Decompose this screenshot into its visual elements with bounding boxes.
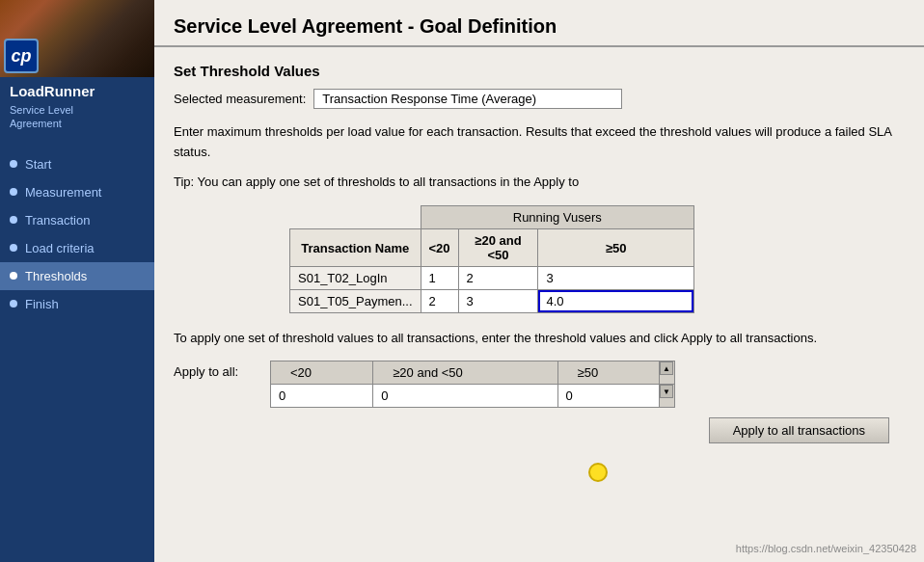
content-area: Set Threshold Values Selected measuremen… [154, 47, 924, 562]
app-name: LoadRunner [0, 77, 154, 101]
sidebar: cp LoadRunner Service Level Agreement St… [0, 0, 154, 562]
row1-col3[interactable]: 3 [538, 267, 694, 290]
running-vusers-header: Running Vusers [421, 206, 693, 229]
apply-val-gte50[interactable]: 0 [557, 385, 659, 408]
nav-dot-thresholds [10, 272, 17, 280]
sidebar-item-finish[interactable]: Finish [0, 290, 154, 318]
sidebar-item-measurement[interactable]: Measurement [0, 178, 154, 206]
row1-col1[interactable]: 1 [421, 267, 458, 290]
col-header-name: Transaction Name [290, 229, 421, 267]
apply-col-gte50: ≥50 [557, 361, 659, 385]
table-row: S01_T05_Paymen... 2 3 [290, 290, 694, 313]
app-subtitle: Service Level Agreement [0, 101, 154, 141]
apply-btn-row: Apply to all transactions [174, 417, 905, 443]
selected-measurement-label: Selected measurement: [174, 92, 306, 106]
selected-measurement-row: Selected measurement: Transaction Respon… [174, 89, 905, 109]
row2-col3-input[interactable] [538, 290, 693, 312]
apply-col-lt20: <20 [271, 361, 373, 385]
row2-col3-editing[interactable] [538, 290, 694, 313]
row2-name: S01_T05_Paymen... [290, 290, 421, 313]
row1-col2[interactable]: 2 [458, 267, 538, 290]
col-header-lt20: <20 [421, 229, 458, 267]
hp-logo-badge: cp [4, 39, 39, 73]
nav-dot-transaction [10, 216, 17, 224]
apply-all-table: <20 ≥20 and <50 ≥50 ▲ 0 0 0 ▼ [270, 361, 675, 408]
scroll-col-bottom: ▼ [660, 385, 675, 408]
page-title: Service Level Agreement - Goal Definitio… [154, 0, 924, 47]
nav-dot-start [10, 160, 17, 168]
apply-val-lt20[interactable]: 0 [271, 385, 373, 408]
apply-all-row: Apply to all: <20 ≥20 and <50 ≥50 ▲ 0 0 … [174, 361, 905, 408]
table-row: S01_T02_LogIn 1 2 3 [290, 267, 694, 290]
row2-col2[interactable]: 3 [458, 290, 538, 313]
nav-dot-load-criteria [10, 244, 17, 252]
row1-name: S01_T02_LogIn [290, 267, 421, 290]
apply-val-20to50[interactable]: 0 [373, 385, 557, 408]
col-header-20to50: ≥20 and <50 [458, 229, 538, 267]
apply-all-label: Apply to all: [174, 361, 270, 379]
col-header-gte50: ≥50 [538, 229, 694, 267]
row2-col1[interactable]: 2 [421, 290, 458, 313]
scroll-down-arrow[interactable]: ▼ [660, 385, 673, 398]
sidebar-item-thresholds[interactable]: Thresholds [0, 262, 154, 290]
description-text: Enter maximum thresholds per load value … [174, 122, 905, 163]
scroll-up-arrow[interactable]: ▲ [660, 361, 673, 375]
section-title: Set Threshold Values [174, 63, 905, 79]
tip-text: Tip: You can apply one set of thresholds… [174, 173, 905, 193]
sidebar-item-transaction[interactable]: Transaction [0, 206, 154, 234]
sidebar-item-load-criteria[interactable]: Load criteria [0, 234, 154, 262]
sidebar-item-start[interactable]: Start [0, 150, 154, 178]
sidebar-logo: cp [0, 0, 154, 77]
threshold-table: Running Vusers Transaction Name <20 ≥20 … [289, 205, 694, 313]
apply-col-20to50: ≥20 and <50 [373, 361, 557, 385]
selected-measurement-value: Transaction Response Time (Average) [313, 89, 622, 109]
scroll-col-top: ▲ [660, 361, 675, 385]
apply-section-text: To apply one set of threshold values to … [174, 329, 905, 349]
main-content: Service Level Agreement - Goal Definitio… [154, 0, 924, 562]
nav-dot-measurement [10, 188, 17, 196]
nav-dot-finish [10, 300, 17, 308]
sidebar-nav: Start Measurement Transaction Load crite… [0, 141, 154, 562]
apply-to-all-button[interactable]: Apply to all transactions [709, 417, 889, 443]
